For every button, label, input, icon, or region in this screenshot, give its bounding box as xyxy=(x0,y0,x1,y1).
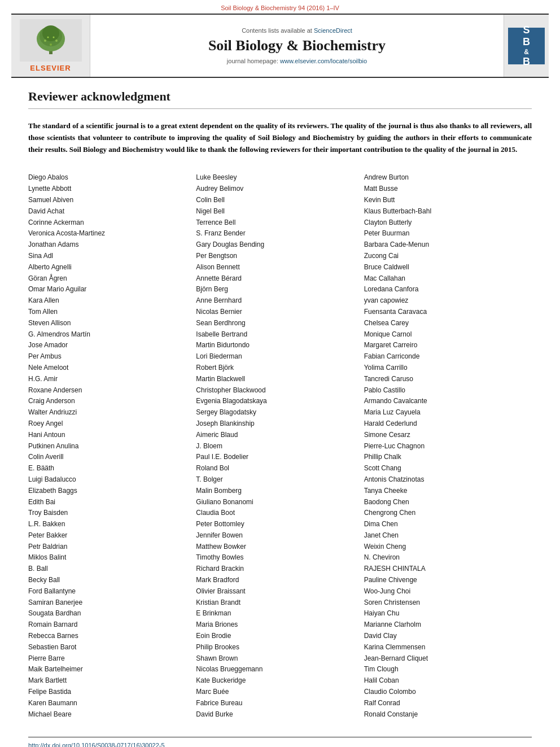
footer-doi[interactable]: http://dx.doi.org/10.1016/S0038-0717(16)… xyxy=(28,742,532,747)
journal-title-area: Contents lists available at ScienceDirec… xyxy=(90,15,504,77)
homepage-link[interactable]: www.elsevier.com/locate/soilbio xyxy=(280,58,367,64)
names-section: Diego AbalosLynette AbbottSamuel AbivenD… xyxy=(28,172,532,720)
elsevier-logo-area: ELSEVIER xyxy=(11,15,90,77)
reviewer-name: Peter Bottomley xyxy=(196,519,355,530)
sciencedirect-link[interactable]: ScienceDirect xyxy=(314,27,352,34)
reviewer-name: Michael Beare xyxy=(28,709,187,720)
reviewer-name: N. Cheviron xyxy=(364,552,523,563)
reviewer-name: Omar Mario Aguilar xyxy=(28,284,187,295)
sciencedirect-line: Contents lists available at ScienceDirec… xyxy=(242,27,352,34)
reviewer-name: Richard Brackin xyxy=(196,563,355,575)
reviewer-name: Fabian Carriconde xyxy=(364,351,523,362)
reviewer-name: Barbara Cade-Menun xyxy=(364,239,523,251)
reviewer-name: Samiran Banerjee xyxy=(28,597,187,609)
reviewer-name: Alison Bennett xyxy=(196,262,355,273)
reviewer-name: Tanya Cheeke xyxy=(364,486,523,497)
reviewer-name: L.R. Bakken xyxy=(28,519,187,530)
reviewer-name: Yolima Carrillo xyxy=(364,362,523,374)
reviewer-name: Weixin Cheng xyxy=(364,541,523,553)
reviewer-name: Sougata Bardhan xyxy=(28,608,187,619)
svg-point-6 xyxy=(47,37,49,38)
reviewer-name: Monique Carnol xyxy=(364,329,523,340)
footer: http://dx.doi.org/10.1016/S0038-0717(16)… xyxy=(28,737,532,747)
reviewer-name: Fabrice Bureau xyxy=(196,698,355,709)
reviewer-name: Putkinen Anulina xyxy=(28,441,187,452)
reviewer-name: Elizabeth Baggs xyxy=(28,486,187,497)
reviewer-name: Jose Amador xyxy=(28,340,187,351)
reviewer-name: David Clay xyxy=(364,631,523,642)
elsevier-label: ELSEVIER xyxy=(30,64,71,72)
svg-point-7 xyxy=(53,37,54,38)
journal-logo-area: S B & B xyxy=(504,15,549,77)
reviewer-name: Petr Baldrian xyxy=(28,541,187,553)
page-title: Reviewer acknowledgment xyxy=(28,89,532,109)
reviewer-name: Isabelle Bertrand xyxy=(196,329,355,340)
reviewer-name: Kristian Brandt xyxy=(196,597,355,609)
reviewer-name: Craig Anderson xyxy=(28,396,187,407)
reviewer-name: Steven Allison xyxy=(28,318,187,329)
reviewer-name: Tim Clough xyxy=(364,664,523,675)
reviewer-name: Armando Cavalcante xyxy=(364,396,523,407)
reviewer-name: Walter Andriuzzi xyxy=(28,407,187,418)
reviewer-name: Gary Douglas Bending xyxy=(196,239,355,251)
reviewer-name: Pablo Castillo xyxy=(364,385,523,396)
reviewer-name: Luigi Badalucco xyxy=(28,474,187,486)
reviewer-name: Tom Allen xyxy=(28,307,187,318)
reviewer-name: Bruce Caldwell xyxy=(364,262,523,273)
reviewer-name: Martin Bidurtondo xyxy=(196,340,355,351)
reviewer-name: J. Bloem xyxy=(196,441,355,452)
reviewer-name: Simone Cesarz xyxy=(364,430,523,441)
reviewer-name: Pierre-Luc Chagnon xyxy=(364,441,523,452)
reviewer-name: Jean-Bernard Cliquet xyxy=(364,653,523,665)
reviewer-name: Tancredi Caruso xyxy=(364,374,523,385)
reviewer-name: David Burke xyxy=(196,709,355,720)
reviewer-name: Mark Bartlett xyxy=(28,675,187,687)
reviewer-name: Colin Bell xyxy=(196,195,355,206)
reviewer-name: Karina Clemmensen xyxy=(364,642,523,653)
reviewer-name: Roey Angel xyxy=(28,418,187,430)
reviewer-name: Matt Busse xyxy=(364,184,523,195)
svg-point-4 xyxy=(44,40,46,42)
reviewer-name: Kara Allen xyxy=(28,295,187,307)
reviewer-name: Pierre Barre xyxy=(28,653,187,665)
names-column-3: Andrew BurtonMatt BusseKevin ButtKlaus B… xyxy=(364,172,532,720)
reviewer-name: Becky Ball xyxy=(28,575,187,586)
reviewer-name: S. Franz Bender xyxy=(196,228,355,239)
reviewer-name: Sean Berdhrong xyxy=(196,318,355,329)
reviewer-name: Claudio Colombo xyxy=(364,687,523,698)
svg-point-5 xyxy=(55,40,58,42)
reviewer-name: Matthew Bowker xyxy=(196,541,355,553)
reviewer-name: Sergey Blagodatsky xyxy=(196,407,355,418)
reviewer-name: Kate Buckeridge xyxy=(196,675,355,687)
names-column-2: Luke BeesleyAudrey BelimovColin BellNige… xyxy=(196,172,364,720)
reviewer-name: Antonis Chatzinotas xyxy=(364,474,523,486)
reviewer-name: Mac Callahan xyxy=(364,273,523,285)
reviewer-name: Woo-Jung Choi xyxy=(364,586,523,597)
reviewer-name: David Achat xyxy=(28,206,187,217)
reviewer-name: Harald Cederlund xyxy=(364,418,523,430)
journal-header: ELSEVIER Contents lists available at Sci… xyxy=(11,14,549,78)
reviewer-name: Maria Briones xyxy=(196,619,355,631)
reviewer-name: Dima Chen xyxy=(364,519,523,530)
reviewer-name: Roland Bol xyxy=(196,463,355,474)
reviewer-name: Audrey Belimov xyxy=(196,184,355,195)
reviewer-name: Luke Beesley xyxy=(196,172,355,184)
reviewer-name: Pauline Chivenge xyxy=(364,575,523,586)
reviewer-name: Evgenia Blagodatskaya xyxy=(196,396,355,407)
reviewer-name: Göran Ågren xyxy=(28,273,187,285)
reviewer-name: Loredana Canfora xyxy=(364,284,523,295)
elsevier-tree-logo xyxy=(20,19,82,62)
reviewer-name: Margaret Carreiro xyxy=(364,340,523,351)
reviewer-name: E. Bääth xyxy=(28,463,187,474)
reviewer-name: H.G. Amir xyxy=(28,374,187,385)
reviewer-name: Mark Bradford xyxy=(196,575,355,586)
main-content: Reviewer acknowledgment The standard of … xyxy=(28,78,532,720)
reviewer-name: Nicolas Brueggemann xyxy=(196,664,355,675)
reviewer-name: B. Ball xyxy=(28,563,187,575)
reviewer-name: Klaus Butterbach-Bahl xyxy=(364,206,523,217)
reviewer-name: Lynette Abbott xyxy=(28,184,187,195)
reviewer-name: Clayton Butterly xyxy=(364,217,523,229)
reviewer-name: Felipe Bastida xyxy=(28,687,187,698)
reviewer-name: Anne Bernhard xyxy=(196,295,355,307)
journal-title: Soil Biology & Biochemistry xyxy=(208,37,386,54)
